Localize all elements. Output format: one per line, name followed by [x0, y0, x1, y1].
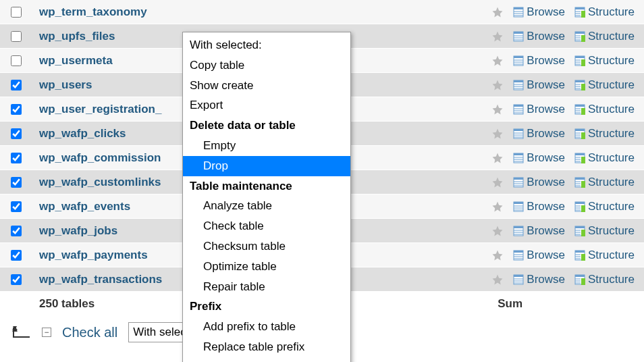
structure-link[interactable]: Structure [574, 5, 635, 19]
star-icon[interactable] [491, 249, 504, 261]
svg-rect-116 [575, 251, 585, 253]
star-icon[interactable] [491, 55, 504, 67]
collapse-icon[interactable]: − [42, 328, 51, 337]
structure-link[interactable]: Structure [574, 176, 635, 189]
menu-analyze[interactable]: Analyze table [183, 196, 350, 216]
table-name-link[interactable]: wp_upfs_files [39, 30, 115, 43]
menu-replace-prefix[interactable]: Replace table prefix [183, 337, 350, 348]
menu-show-create[interactable]: Show create [183, 76, 350, 96]
table-name-link[interactable]: wp_usermeta [39, 54, 113, 67]
table-name-link[interactable]: wp_users [39, 78, 92, 91]
browse-icon [513, 250, 524, 261]
svg-rect-100 [514, 226, 523, 228]
structure-link[interactable]: Structure [574, 224, 635, 238]
star-icon[interactable] [491, 274, 504, 286]
star-icon[interactable] [491, 176, 504, 188]
structure-link[interactable]: Structure [574, 273, 635, 286]
browse-link[interactable]: Browse [513, 30, 565, 43]
star-icon[interactable] [491, 201, 504, 213]
context-menu: With selected: Copy table Show create Ex… [182, 32, 351, 348]
browse-link[interactable]: Browse [513, 127, 565, 140]
svg-rect-39 [575, 80, 585, 82]
structure-link[interactable]: Structure [574, 78, 635, 92]
browse-link[interactable]: Browse [513, 273, 565, 286]
svg-rect-51 [581, 108, 585, 115]
browse-link[interactable]: Browse [513, 151, 565, 165]
menu-optimize[interactable]: Optimize table [183, 257, 350, 277]
star-icon[interactable] [491, 30, 504, 43]
structure-icon [574, 226, 585, 236]
row-checkbox[interactable] [11, 250, 22, 261]
star-icon[interactable] [491, 152, 504, 164]
menu-drop[interactable]: Drop [183, 156, 350, 176]
menu-copy-table[interactable]: Copy table [183, 55, 350, 76]
row-checkbox[interactable] [11, 31, 22, 42]
svg-rect-12 [514, 32, 523, 34]
table-name-link[interactable]: wp_user_registration_ [39, 103, 161, 115]
browse-link[interactable]: Browse [513, 200, 565, 213]
star-icon[interactable] [491, 225, 504, 237]
svg-rect-61 [575, 129, 585, 131]
svg-rect-7 [581, 11, 585, 18]
browse-link[interactable]: Browse [513, 103, 565, 116]
table-name-link[interactable]: wp_wafp_events [39, 200, 130, 213]
table-name-link[interactable]: wp_wafp_customlinks [39, 176, 161, 188]
svg-rect-62 [581, 132, 585, 139]
menu-export[interactable]: Export [183, 95, 350, 115]
svg-rect-23 [514, 56, 523, 58]
structure-link[interactable]: Structure [574, 30, 635, 43]
structure-link[interactable]: Structure [574, 127, 635, 140]
structure-link[interactable]: Structure [574, 151, 635, 165]
svg-rect-73 [581, 157, 585, 163]
star-icon[interactable] [491, 6, 504, 18]
menu-checksum[interactable]: Checksum table [183, 236, 350, 257]
structure-icon [574, 31, 585, 42]
menu-check[interactable]: Check table [183, 216, 350, 236]
row-checkbox[interactable] [11, 80, 22, 90]
star-icon[interactable] [491, 128, 504, 140]
browse-link[interactable]: Browse [513, 78, 565, 92]
star-icon[interactable] [491, 103, 504, 115]
table-name-link[interactable]: wp_wafp_payments [39, 249, 148, 261]
table-name-link[interactable]: wp_wafp_transactions [39, 273, 162, 286]
browse-icon [513, 201, 524, 212]
table-name-link[interactable]: wp_wafp_clicks [39, 127, 126, 140]
browse-link[interactable]: Browse [513, 54, 565, 68]
structure-icon [574, 128, 585, 139]
menu-repair[interactable]: Repair table [183, 277, 350, 297]
browse-icon [513, 55, 524, 66]
svg-rect-34 [514, 80, 523, 82]
menu-empty[interactable]: Empty [183, 136, 350, 156]
row-checkbox[interactable] [11, 104, 22, 115]
structure-link[interactable]: Structure [574, 200, 635, 213]
row-checkbox[interactable] [11, 7, 22, 18]
row-checkbox[interactable] [11, 226, 22, 236]
browse-link[interactable]: Browse [513, 249, 565, 262]
table-name-link[interactable]: wp_wafp_commission [39, 151, 161, 164]
row-checkbox[interactable] [11, 55, 22, 66]
row-checkbox[interactable] [11, 153, 22, 163]
svg-rect-6 [575, 7, 585, 9]
svg-rect-56 [514, 129, 523, 131]
table-name-link[interactable]: wp_term_taxonomy [39, 5, 147, 18]
browse-link[interactable]: Browse [513, 176, 565, 189]
row-checkbox[interactable] [11, 177, 22, 188]
row-checkbox[interactable] [11, 274, 22, 285]
star-icon[interactable] [491, 79, 504, 91]
menu-header-with-selected: With selected: [183, 35, 350, 55]
structure-link[interactable]: Structure [574, 103, 635, 116]
browse-link[interactable]: Browse [513, 5, 565, 19]
row-checkbox[interactable] [11, 201, 22, 212]
structure-link[interactable]: Structure [574, 54, 635, 68]
structure-icon [574, 7, 585, 18]
row-checkbox[interactable] [11, 128, 22, 139]
browse-link[interactable]: Browse [513, 224, 565, 238]
table-name-link[interactable]: wp_wafp_jobs [39, 224, 117, 237]
menu-add-prefix[interactable]: Add prefix to table [183, 317, 350, 337]
svg-rect-17 [575, 32, 585, 34]
svg-rect-28 [575, 56, 585, 58]
structure-link[interactable]: Structure [574, 249, 635, 262]
browse-icon [513, 226, 524, 236]
check-all-link[interactable]: Check all [62, 325, 117, 340]
arrow-up-left-icon [12, 326, 31, 338]
